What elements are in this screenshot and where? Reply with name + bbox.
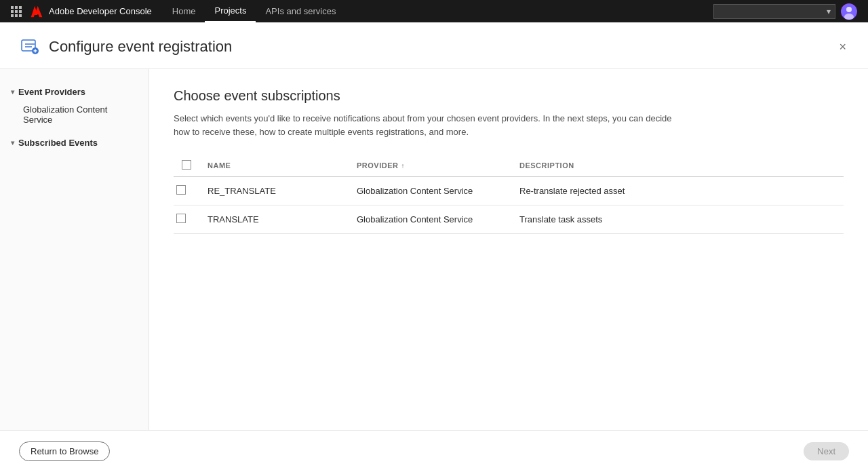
select-all-checkbox[interactable] [182, 160, 191, 170]
sidebar-item-globalization[interactable]: Globalization Content Service [0, 101, 149, 128]
sidebar-section-event-providers: ▾ Event Providers Globalization Content … [0, 83, 149, 128]
table-header-provider: PROVIDER ↑ [349, 155, 511, 177]
row2-checkbox-cell [174, 205, 199, 234]
modal-title-area: Configure event registration [19, 36, 232, 58]
provider-label: PROVIDER [357, 161, 398, 170]
page-background: Configure event registration × ▾ Event P… [0, 22, 868, 472]
avatar-image [841, 3, 857, 20]
next-button[interactable]: Next [804, 442, 849, 460]
row2-checkbox[interactable] [176, 214, 186, 223]
nav-projects[interactable]: Projects [205, 0, 256, 22]
row1-provider: Globalization Content Service [349, 177, 511, 205]
row1-checkbox[interactable] [176, 185, 186, 195]
table-header-checkbox-col [174, 155, 199, 177]
table-row: TRANSLATE Globalization Content Service … [174, 205, 844, 234]
table-header-row: NAME PROVIDER ↑ DESCRIPTION [174, 155, 844, 177]
modal-footer: Return to Browse Next [0, 430, 868, 472]
events-table: NAME PROVIDER ↑ DESCRIPTION [174, 155, 844, 234]
sidebar: ▾ Event Providers Globalization Content … [0, 69, 149, 430]
row1-name: RE_TRANSLATE [199, 177, 349, 205]
table-body: RE_TRANSLATE Globalization Content Servi… [174, 177, 844, 234]
row1-checkbox-cell [174, 177, 199, 205]
modal-icon [19, 36, 41, 58]
logo-area: Adobe Developer Console [11, 5, 152, 18]
modal-title: Configure event registration [49, 38, 232, 56]
org-input[interactable] [718, 7, 824, 16]
app-grid-icon[interactable] [11, 6, 22, 17]
main-content: Choose event subscriptions Select which … [149, 69, 868, 430]
event-providers-header[interactable]: ▾ Event Providers [0, 83, 149, 101]
provider-sort-container: PROVIDER ↑ [357, 161, 503, 170]
nav-apis[interactable]: APIs and services [256, 0, 345, 22]
table-header-description: DESCRIPTION [511, 155, 844, 177]
modal-header: Configure event registration × [0, 22, 868, 69]
event-providers-chevron: ▾ [11, 88, 14, 96]
sidebar-section-subscribed-events: ▾ Subscribed Events [0, 134, 149, 152]
subscribed-events-header[interactable]: ▾ Subscribed Events [0, 134, 149, 152]
modal: Configure event registration × ▾ Event P… [0, 22, 868, 472]
section-description: Select which events you'd like to receiv… [174, 112, 689, 138]
modal-close-button[interactable]: × [836, 37, 849, 57]
table-row: RE_TRANSLATE Globalization Content Servi… [174, 177, 844, 205]
subscribed-events-label: Subscribed Events [18, 138, 98, 148]
configure-event-icon [20, 37, 39, 56]
sort-asc-icon[interactable]: ↑ [401, 162, 405, 170]
nav-home[interactable]: Home [163, 0, 205, 22]
table-header-name: NAME [199, 155, 349, 177]
row2-name: TRANSLATE [199, 205, 349, 234]
nav-links: Home Projects APIs and services [163, 0, 713, 22]
row2-description: Translate task assets [511, 205, 844, 234]
table-head: NAME PROVIDER ↑ DESCRIPTION [174, 155, 844, 177]
nav-right: ▾ [713, 3, 857, 20]
section-title: Choose event subscriptions [174, 88, 844, 104]
svg-point-1 [846, 7, 852, 12]
row1-description: Re-translate rejected asset [511, 177, 844, 205]
user-avatar[interactable] [841, 3, 857, 20]
app-title: Adobe Developer Console [49, 6, 152, 16]
org-dropdown-icon: ▾ [827, 7, 831, 16]
org-selector[interactable]: ▾ [713, 4, 835, 19]
adobe-logo-icon [30, 5, 43, 18]
top-nav: Adobe Developer Console Home Projects AP… [0, 0, 868, 22]
modal-body: ▾ Event Providers Globalization Content … [0, 69, 868, 430]
event-providers-label: Event Providers [18, 87, 85, 97]
return-to-browse-button[interactable]: Return to Browse [19, 441, 110, 461]
row2-provider: Globalization Content Service [349, 205, 511, 234]
subscribed-events-chevron: ▾ [11, 139, 14, 146]
